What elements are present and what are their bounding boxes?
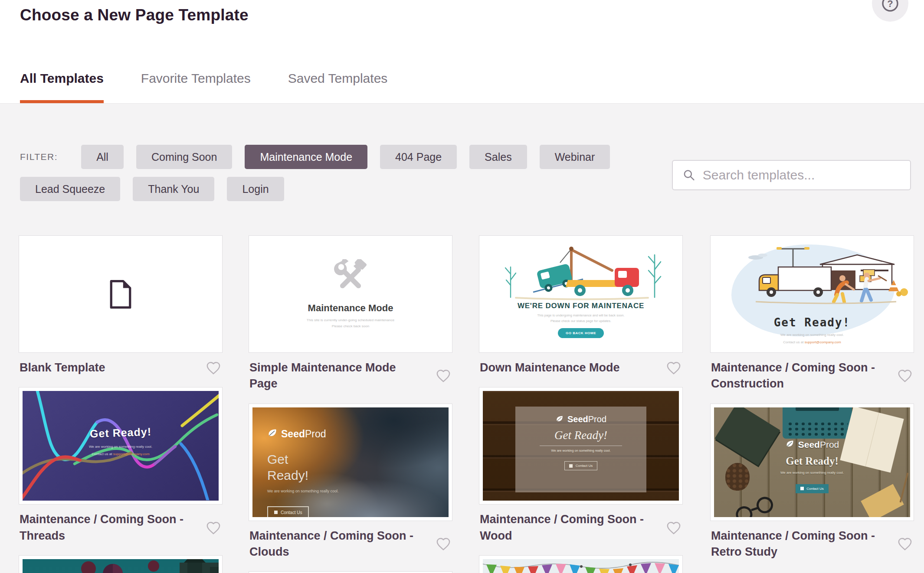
grid-column-4: Get Ready! We are working on something r…	[710, 235, 914, 571]
filter-chip-maintenance-mode[interactable]: Maintenance Mode	[245, 145, 367, 169]
blank-document-icon	[108, 279, 133, 309]
heart-icon[interactable]	[205, 521, 222, 535]
mail-icon	[274, 511, 278, 514]
balloons-illustration	[23, 559, 219, 573]
heart-icon[interactable]	[665, 361, 682, 375]
template-thumbnail-retro-study[interactable]: SeedProd Get Ready! We are working on so…	[710, 404, 914, 521]
template-thumbnail-lights[interactable]	[249, 571, 452, 573]
threads-preview-text: Get Ready! We are working on something r…	[23, 426, 219, 458]
seedprod-logo: SeedProd	[267, 428, 338, 440]
search-box	[672, 160, 911, 190]
template-card-threads: Get Ready! We are working on something r…	[19, 387, 223, 544]
template-thumbnail-pennants[interactable]	[479, 555, 683, 573]
tools-icon	[331, 259, 370, 296]
template-title: Maintenance / Coming Soon - Threads	[20, 511, 195, 544]
filter-chip-404-page[interactable]: 404 Page	[380, 145, 457, 169]
filter-chip-thank-you[interactable]: Thank You	[133, 177, 214, 201]
filter-chip-coming-soon[interactable]: Coming Soon	[136, 145, 232, 169]
header: Choose a New Page Template ? All Templat…	[0, 0, 924, 103]
retro-preview-text: SeedProd Get Ready! We are working on so…	[714, 440, 910, 493]
heart-icon[interactable]	[897, 368, 913, 383]
heart-icon[interactable]	[665, 521, 682, 535]
template-thumbnail-down-maintenance[interactable]: WE'RE DOWN FOR MAINTENACE This page is u…	[479, 235, 683, 353]
box-truck	[759, 267, 831, 297]
help-button[interactable]: ?	[872, 0, 908, 22]
template-title: Maintenance / Coming Soon - Construction	[711, 360, 887, 392]
filter-bar: FILTER: All Coming Soon Maintenance Mode…	[20, 145, 627, 201]
template-thumbnail-balloons[interactable]	[19, 555, 223, 573]
hot-air-balloon	[148, 560, 159, 573]
page-title: Choose a New Page Template	[20, 6, 249, 24]
template-title: Maintenance / Coming Soon - Wood	[480, 511, 655, 544]
tree	[505, 267, 516, 297]
grid-column-3: WE'RE DOWN FOR MAINTENACE This page is u…	[479, 235, 683, 573]
tree	[649, 255, 661, 297]
template-card-balloons	[19, 555, 223, 573]
template-card-lights	[249, 571, 452, 573]
template-card-retro-study: SeedProd Get Ready! We are working on so…	[710, 404, 914, 560]
down-preview-heading: WE'RE DOWN FOR MAINTENACE	[518, 302, 644, 310]
seedprod-leaf-icon	[785, 440, 795, 449]
template-title: Maintenance / Coming Soon - Retro Study	[711, 528, 887, 560]
template-title: Simple Maintenance Mode Page	[249, 360, 425, 392]
filter-chip-webinar[interactable]: Webinar	[540, 145, 610, 169]
search-icon	[682, 168, 696, 182]
tabs: All Templates Favorite Templates Saved T…	[20, 71, 387, 103]
construction-illustration	[714, 239, 910, 313]
filter-chip-login[interactable]: Login	[227, 177, 284, 201]
towed-van	[536, 264, 574, 294]
template-thumbnail-construction[interactable]: Get Ready! We are working on something r…	[710, 235, 914, 353]
template-title: Down Maintenance Mode	[480, 360, 620, 376]
seedprod-leaf-icon	[555, 415, 564, 424]
tab-favorite-templates[interactable]: Favorite Templates	[141, 71, 251, 103]
heart-icon[interactable]	[897, 537, 913, 551]
template-thumbnail-clouds[interactable]: SeedProd Get Ready! We are working on so…	[249, 404, 452, 521]
contact-us-button[interactable]: Contact Us	[796, 484, 829, 493]
divider	[540, 446, 622, 446]
contact-us-button[interactable]: Contact Us	[267, 506, 309, 517]
simple-preview-heading: Maintenance Mode	[308, 303, 393, 314]
grid-column-2: Maintenance Mode This site is currently …	[249, 235, 452, 573]
template-thumbnail-wood[interactable]: SeedProd Get Ready! We are working on so…	[479, 387, 683, 505]
seedprod-logo: SeedProd	[555, 414, 606, 424]
template-card-simple-maintenance: Maintenance Mode This site is currently …	[249, 235, 452, 392]
wood-preview-panel: SeedProd Get Ready! We are working on so…	[515, 407, 646, 492]
heart-icon[interactable]	[435, 368, 452, 383]
question-mark-icon: ?	[881, 0, 900, 13]
template-card-blank: Blank Template	[19, 235, 223, 376]
filter-chip-lead-squeeze[interactable]: Lead Squeeze	[20, 177, 120, 201]
template-thumbnail-simple-maintenance[interactable]: Maintenance Mode This site is currently …	[249, 235, 452, 353]
grid-column-1: Blank Template	[19, 235, 223, 573]
template-thumbnail-threads[interactable]: Get Ready! We are working on something r…	[19, 387, 223, 505]
template-card-down-maintenance: WE'RE DOWN FOR MAINTENACE This page is u…	[479, 235, 683, 376]
content-area: FILTER: All Coming Soon Maintenance Mode…	[0, 103, 924, 573]
go-back-home-button[interactable]: GO BACK HOME	[558, 328, 604, 338]
construction-preview-heading: Get Ready!	[774, 316, 851, 329]
clouds-preview-text: SeedProd Get Ready! We are working on so…	[267, 428, 338, 517]
heart-icon[interactable]	[205, 361, 222, 375]
heart-icon[interactable]	[435, 537, 452, 551]
hot-air-balloon	[103, 564, 123, 573]
template-card-wood: SeedProd Get Ready! We are working on so…	[479, 387, 683, 544]
contact-us-button[interactable]: Contact Us	[564, 461, 598, 470]
search-input[interactable]	[703, 168, 901, 182]
tab-all-templates[interactable]: All Templates	[20, 71, 104, 103]
tab-saved-templates[interactable]: Saved Templates	[288, 71, 388, 103]
hot-air-balloon	[81, 561, 96, 573]
template-card-clouds: SeedProd Get Ready! We are working on so…	[249, 404, 452, 560]
seedprod-logo: SeedProd	[785, 440, 839, 450]
filter-label: FILTER:	[20, 152, 58, 162]
template-card-construction: Get Ready! We are working on something r…	[710, 235, 914, 392]
template-title: Maintenance / Coming Soon - Clouds	[249, 528, 425, 560]
template-thumbnail-blank[interactable]	[19, 235, 223, 353]
seedprod-leaf-icon	[267, 429, 278, 439]
tow-truck-illustration	[490, 242, 672, 303]
filter-chip-sales[interactable]: Sales	[469, 145, 527, 169]
building-silhouette	[180, 559, 219, 573]
template-card-pennants	[479, 555, 683, 573]
template-chooser-page: Choose a New Page Template ? All Templat…	[0, 0, 924, 573]
mail-icon	[569, 464, 573, 468]
mail-icon	[800, 487, 804, 490]
filter-chip-all[interactable]: All	[81, 145, 124, 169]
template-title: Blank Template	[20, 360, 105, 376]
